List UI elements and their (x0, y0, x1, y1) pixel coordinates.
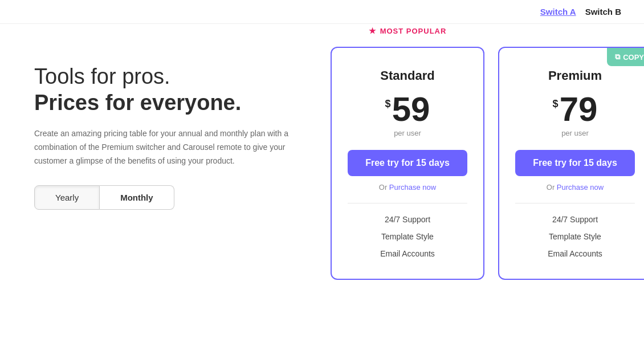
premium-purchase-link: Or Purchase now (547, 183, 604, 192)
premium-purchase-now[interactable]: Purchase now (557, 183, 604, 192)
copy-icon: ⧉ (615, 52, 620, 62)
popular-label: MOST POPULAR (380, 27, 447, 35)
premium-price: 79 (560, 92, 598, 127)
left-section: Tools for pros. Prices for everyone. Cre… (34, 47, 308, 210)
premium-divider (515, 203, 635, 203)
cards-area: ★ MOST POPULAR Standard $ 59 per user Fr… (331, 47, 644, 280)
premium-per-user: per user (561, 129, 589, 137)
copy-button[interactable]: ⧉ COPY (607, 48, 644, 66)
copy-label: COPY (623, 53, 644, 62)
switch-b-link[interactable]: Switch B (585, 7, 621, 17)
standard-cta-button[interactable]: Free try for 15 days (348, 150, 467, 176)
top-bar: Switch A Switch B (0, 0, 644, 24)
standard-price-wrapper: $ 59 (385, 92, 430, 127)
premium-currency: $ (553, 98, 559, 110)
headline-bold: Prices for everyone. (34, 90, 308, 116)
standard-features: 24/7 Support Template Style Email Accoun… (348, 215, 467, 258)
premium-feature-3: Email Accounts (515, 249, 635, 258)
premium-price-wrapper: $ 79 (553, 92, 598, 127)
premium-feature-1: 24/7 Support (515, 215, 635, 224)
yearly-toggle[interactable]: Yearly (34, 185, 100, 210)
standard-feature-1: 24/7 Support (348, 215, 467, 224)
premium-title: Premium (548, 68, 602, 83)
switch-a-link[interactable]: Switch A (540, 7, 576, 17)
premium-cta-button[interactable]: Free try for 15 days (515, 150, 635, 176)
standard-purchase-link: Or Purchase now (379, 183, 436, 192)
standard-per-user: per user (394, 129, 421, 137)
standard-feature-2: Template Style (348, 232, 467, 241)
standard-currency: $ (385, 98, 391, 110)
standard-feature-3: Email Accounts (348, 249, 467, 258)
standard-purchase-now[interactable]: Purchase now (389, 183, 436, 192)
standard-title: Standard (380, 68, 434, 83)
premium-feature-2: Template Style (515, 232, 635, 241)
standard-price: 59 (392, 92, 430, 127)
star-icon: ★ (369, 26, 377, 35)
monthly-toggle[interactable]: Monthly (100, 185, 174, 210)
right-section: ★ MOST POPULAR Standard $ 59 per user Fr… (331, 47, 644, 280)
main-content: Tools for pros. Prices for everyone. Cre… (0, 24, 644, 342)
headline: Tools for pros. Prices for everyone. (34, 64, 308, 116)
standard-card: Standard $ 59 per user Free try for 15 d… (331, 47, 484, 280)
standard-divider (348, 203, 467, 203)
premium-card: ⧉ COPY Premium $ 79 per user Free try fo… (498, 47, 644, 280)
headline-light: Tools for pros. (34, 64, 308, 90)
description-text: Create an amazing pricing table for your… (34, 127, 296, 168)
most-popular-badge: ★ MOST POPULAR (331, 26, 484, 35)
premium-features: 24/7 Support Template Style Email Accoun… (515, 215, 635, 258)
billing-toggle: Yearly Monthly (34, 185, 308, 210)
